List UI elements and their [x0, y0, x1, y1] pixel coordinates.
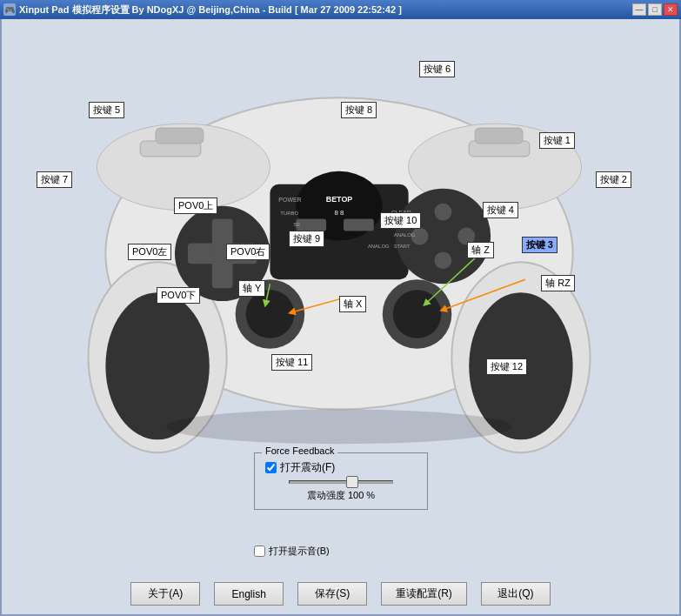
button10-label: 按键 10 — [380, 212, 421, 229]
title-bar-text: Xinput Pad 模拟程序设置 By NDogXJ @ Beijing,Ch… — [19, 3, 402, 17]
svg-point-16 — [411, 228, 429, 245]
svg-point-15 — [434, 204, 451, 221]
enable-vibration-label: 打开震动(F) — [280, 460, 335, 475]
svg-line-40 — [443, 279, 525, 310]
title-bar: 🎮 Xinput Pad 模拟程序设置 By NDogXJ @ Beijing,… — [0, 0, 681, 19]
svg-point-22 — [393, 290, 442, 338]
button2-label: 按键 2 — [596, 171, 631, 188]
svg-rect-27 — [469, 141, 530, 157]
notify-checkbox[interactable] — [254, 546, 265, 557]
axis-y-label: 轴 Y — [238, 280, 265, 297]
svg-point-20 — [246, 290, 295, 338]
main-window: BETOP 8 8 POWER TURBO CLEAR TURBO — [0, 19, 681, 616]
button3-label: 按键 3 — [522, 237, 557, 253]
pov-up-label: POV0上 — [174, 198, 217, 214]
svg-rect-26 — [156, 128, 204, 144]
english-button[interactable]: English — [214, 582, 284, 606]
svg-text:POWER: POWER — [278, 197, 301, 203]
axis-rz-label: 轴 RZ — [541, 275, 575, 291]
svg-point-14 — [396, 189, 491, 284]
button12-label: 按键 12 — [486, 358, 527, 375]
svg-text:ANALOG: ANALOG — [394, 232, 416, 238]
minimize-button[interactable]: — — [632, 3, 646, 16]
button11-label: 按键 11 — [271, 354, 312, 371]
svg-point-21 — [383, 279, 452, 349]
close-button[interactable]: ✕ — [664, 3, 678, 16]
svg-rect-24 — [344, 219, 374, 231]
pov-down-label: POV0下 — [157, 287, 200, 304]
svg-text:ANALOG: ANALOG — [368, 244, 390, 249]
button9-label: 按键 9 — [289, 231, 324, 247]
reload-button[interactable]: 重读配置(R) — [381, 582, 467, 606]
force-feedback-label: Force Feedback — [262, 445, 337, 456]
title-bar-icon: 🎮 — [3, 3, 16, 16]
svg-point-5 — [105, 292, 209, 439]
button4-label: 按键 4 — [483, 202, 518, 218]
svg-point-18 — [434, 251, 451, 269]
button6-label: 按键 6 — [419, 61, 455, 77]
svg-text:BETOP: BETOP — [326, 195, 353, 204]
exit-button[interactable]: 退出(Q) — [481, 582, 551, 606]
svg-point-41 — [166, 409, 512, 444]
svg-rect-25 — [140, 141, 201, 157]
axis-x-label: 轴 X — [339, 296, 366, 312]
about-button[interactable]: 关于(A) — [130, 582, 200, 606]
notify-label: 打开提示音(B) — [269, 545, 330, 558]
bottom-buttons: 关于(A) English 保存(S) 重读配置(R) 退出(Q) — [2, 582, 679, 606]
pov-left-label: POV0左 — [128, 244, 171, 260]
button8-label: 按键 8 — [341, 102, 377, 118]
svg-text:8 8: 8 8 — [334, 209, 344, 217]
pov-right-label: POV0右 — [226, 244, 270, 260]
svg-rect-28 — [475, 128, 523, 144]
button7-label: 按键 7 — [37, 171, 72, 188]
enable-vibration-checkbox[interactable] — [265, 462, 277, 473]
maximize-button[interactable]: □ — [648, 3, 662, 16]
svg-line-37 — [265, 284, 270, 304]
axis-z-label: 轴 Z — [467, 242, 494, 258]
svg-text:TURBO: TURBO — [280, 211, 298, 216]
vibration-strength-label: 震动强度 100 % — [265, 489, 417, 502]
notify-row: 打开提示音(B) — [254, 545, 330, 558]
force-feedback-group: Force Feedback 打开震动(F) 震动强度 100 % — [254, 452, 428, 510]
svg-text:START: START — [394, 244, 411, 249]
svg-text:SE: SE — [293, 222, 300, 227]
svg-rect-23 — [296, 219, 326, 231]
button1-label: 按键 1 — [539, 132, 575, 149]
button5-label: 按键 5 — [89, 102, 124, 118]
save-button[interactable]: 保存(S) — [297, 582, 367, 606]
